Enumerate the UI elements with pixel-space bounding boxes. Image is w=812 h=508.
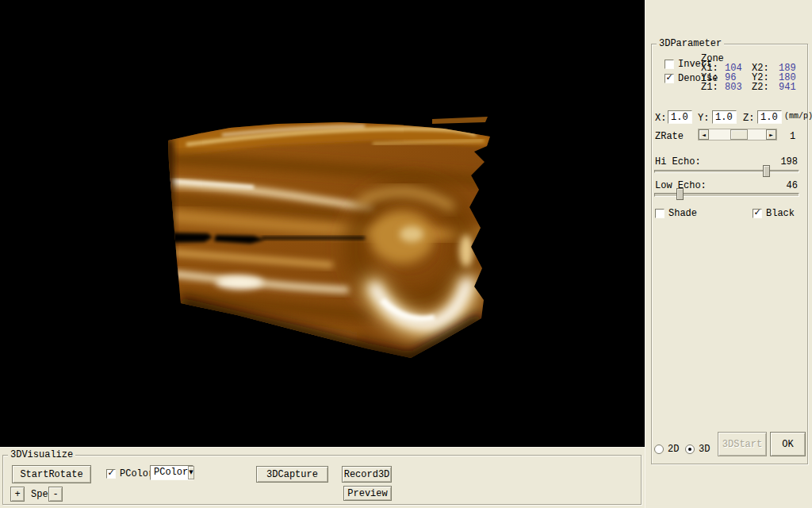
hi-echo-value: 198 [780, 156, 798, 167]
low-echo-thumb[interactable] [676, 188, 684, 200]
scroll-right-icon: ► [769, 133, 773, 137]
scale-x-label: X: [655, 113, 666, 124]
zrate-scroll-thumb[interactable] [730, 129, 748, 140]
mode-3d-radio-row: 3D [685, 444, 710, 455]
zrate-scroll-right-button[interactable]: ► [766, 129, 776, 140]
parameter-groupbox: 3DParameter Invert ✓ Denoise Zone X1: 10… [651, 44, 808, 464]
zone-z1-value: 803 [722, 83, 752, 92]
shade-checkbox-row: Shade [655, 208, 697, 219]
hi-echo-label: Hi Echo: [655, 156, 701, 167]
zone-values: Zone X1: 104 X2: 189 Y1: 96 Y2: 180 Z1: … [701, 54, 807, 92]
black-label: Black [766, 208, 795, 219]
hi-echo-track[interactable] [654, 170, 799, 173]
speed-plus-button[interactable]: + [10, 487, 25, 502]
shade-checkbox[interactable] [655, 209, 665, 218]
pcolor-dropdown-button[interactable]: ▼ [188, 466, 193, 479]
mode-2d-radio-row: 2D [654, 444, 679, 455]
low-echo-value: 46 [787, 180, 798, 191]
record3d-button[interactable]: Record3D [342, 466, 392, 483]
zone-z1-label: Z1: [701, 83, 722, 92]
black-checkbox-row: ✓ Black [753, 208, 795, 219]
invert-checkbox[interactable] [665, 60, 674, 69]
mode-3d-label: 3D [699, 444, 710, 455]
pcolor-dropdown-value: PColor [151, 466, 188, 479]
shade-label: Shade [668, 208, 697, 219]
pcolor-checkbox-row: ✓ PColor [106, 468, 154, 479]
pcolor-dropdown[interactable]: PColor ▼ [150, 465, 193, 480]
render-viewport[interactable] [0, 0, 645, 447]
parameter-group-title: 3DParameter [657, 38, 724, 50]
check-icon: ✓ [665, 74, 672, 82]
chevron-down-icon: ▼ [189, 470, 193, 475]
zone-z2-label: Z2: [752, 83, 776, 92]
scale-x-input[interactable] [668, 110, 692, 124]
scroll-left-icon: ◄ [702, 133, 706, 137]
parameter-panel: 3DParameter Invert ✓ Denoise Zone X1: 10… [645, 0, 812, 508]
scale-unit-label: (mm/p) [784, 112, 812, 121]
start-rotate-button[interactable]: StartRotate [12, 465, 91, 483]
preview-button[interactable]: Preview [343, 486, 392, 501]
zrate-scrollbar[interactable]: ◄ ► [698, 129, 777, 140]
zone-z2-value: 941 [776, 83, 807, 92]
scale-y-input[interactable] [712, 110, 737, 124]
zrate-label: ZRate [655, 131, 684, 142]
mode-3d-radio[interactable] [685, 444, 695, 454]
scale-z-label: Z: [743, 113, 754, 124]
visualize-group-title: 3DVisualize [8, 449, 75, 461]
pcolor-checkbox[interactable]: ✓ [106, 469, 116, 479]
visualize-panel: 3DVisualize StartRotate + Speed - ✓ PCol… [0, 447, 645, 508]
black-checkbox[interactable]: ✓ [753, 209, 762, 218]
speed-minus-button[interactable]: - [48, 487, 63, 502]
hi-echo-thumb[interactable] [763, 165, 770, 177]
check-icon: ✓ [753, 209, 760, 217]
check-icon: ✓ [107, 469, 114, 477]
3dstart-button[interactable]: 3DStart [718, 432, 767, 456]
zrate-scroll-left-button[interactable]: ◄ [699, 129, 709, 140]
ok-button[interactable]: OK [770, 432, 806, 456]
mode-2d-radio[interactable] [654, 444, 664, 454]
volume-3d-render[interactable] [0, 0, 645, 447]
scale-z-input[interactable] [757, 110, 782, 124]
zrate-value: 1 [790, 131, 795, 142]
visualize-groupbox: 3DVisualize StartRotate + Speed - ✓ PCol… [2, 455, 642, 505]
pcolor-label: PColor [120, 468, 154, 479]
denoise-checkbox[interactable]: ✓ [665, 74, 674, 83]
scale-y-label: Y: [698, 113, 709, 124]
mode-2d-label: 2D [668, 444, 679, 455]
3dcapture-button[interactable]: 3DCapture [256, 466, 328, 483]
radio-dot-icon [688, 448, 691, 451]
